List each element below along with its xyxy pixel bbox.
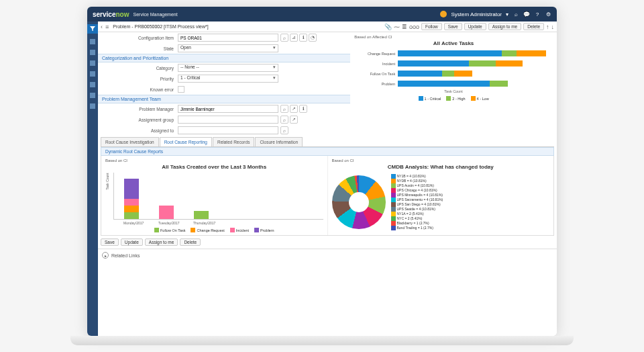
svg-rect-2 (90, 60, 95, 66)
tab-investigation[interactable]: Root Cause Investigation (101, 137, 159, 146)
chart1-based: Based on Affected CI (354, 35, 553, 39)
related-links[interactable]: ▸ Related Links (98, 249, 557, 261)
attachment-icon[interactable]: 📎 (384, 24, 392, 30)
follow-button[interactable]: Follow (421, 23, 442, 30)
update-button[interactable]: Update (464, 23, 486, 30)
nav-icon-2[interactable] (90, 50, 95, 55)
laptop-base (70, 336, 574, 345)
lookup-icon[interactable]: ⌕ (280, 126, 288, 134)
nav-icon-1[interactable] (90, 39, 95, 44)
svg-rect-3 (90, 71, 95, 77)
svg-rect-6 (90, 103, 95, 109)
tab-related[interactable]: Related Records (213, 137, 254, 146)
left-nav (87, 21, 98, 336)
more-icon[interactable]: ooo (409, 24, 419, 30)
report-tasks-3months: Based on CI All Tasks Created over the L… (101, 156, 328, 235)
menu-icon[interactable]: ≡ (105, 24, 109, 30)
user-dropdown-icon[interactable]: ▾ (506, 11, 508, 17)
expand-icon[interactable]: ▸ (102, 252, 109, 259)
chart1-title: All Active Tasks (354, 40, 553, 46)
tab-closure[interactable]: Closure Information (255, 137, 303, 146)
avatar[interactable] (440, 11, 447, 17)
list-icon[interactable]: ≣ (402, 24, 407, 30)
info-icon[interactable]: ℹ (299, 34, 307, 42)
svg-rect-5 (90, 93, 95, 98)
open-icon[interactable]: ↗ (290, 105, 298, 113)
assign-button[interactable]: Assign to me (488, 23, 522, 30)
logo: servicenow (93, 11, 129, 18)
assign-button-bottom[interactable]: Assign to me (145, 238, 178, 246)
panel-header: Dynamic Root Cause Reports (101, 147, 554, 156)
ag-label: Assignment group (101, 118, 178, 122)
section-team: Problem Management Team (98, 95, 350, 103)
activity-icon[interactable]: ⁓ (394, 24, 400, 30)
category-label: Category (101, 66, 178, 71)
config-item-label: Configuration Item (101, 36, 178, 40)
category-select[interactable]: -- None -- (178, 64, 278, 72)
at-label: Assigned to (101, 128, 178, 133)
lookup-icon[interactable]: ⌕ (280, 105, 288, 113)
pm-label: Problem Manager (101, 107, 178, 112)
nav-icon-3[interactable] (90, 60, 95, 66)
info-icon[interactable]: ℹ (299, 105, 307, 113)
down-icon[interactable]: ↓ (551, 24, 555, 30)
logo-subtitle: Service Management (133, 12, 177, 17)
nav-icon-5[interactable] (90, 82, 95, 87)
settings-icon[interactable]: ⚙ (545, 11, 551, 17)
active-tasks-chart: Change Request Incident Follow On Task P… (354, 49, 553, 88)
nav-icon-6[interactable] (90, 93, 95, 98)
state-label: State (101, 46, 178, 51)
priority-select[interactable]: 1 - Critical (178, 75, 278, 83)
nav-icon-7[interactable] (90, 103, 95, 109)
config-item-input[interactable] (178, 34, 278, 42)
pm-input[interactable] (178, 105, 278, 113)
app-window: servicenow Service Management System Adm… (87, 7, 557, 336)
top-bar: servicenow Service Management System Adm… (87, 7, 557, 21)
tab-reporting[interactable]: Root Cause Reporting (160, 137, 212, 146)
preview-icon[interactable]: ◔ (309, 34, 317, 42)
update-button-bottom[interactable]: Update (121, 238, 143, 246)
report-cmdb: Based on CI CMDB Analysis: What has chan… (328, 156, 554, 235)
chart2-title: All Tasks Created over the Last 3 Months (105, 164, 323, 170)
search-icon[interactable]: ⌕ (513, 11, 519, 17)
tree-icon[interactable]: ⊿ (290, 34, 298, 42)
chart1-legend: 1 - Critical 2 - High 4 - Low (354, 96, 553, 101)
chart3-legend: NY1B = 4 (10.81%)NYDB = 4 (10.81%)UPS Au… (391, 174, 443, 230)
bottom-buttons: Save Update Assign to me Delete (98, 236, 557, 249)
user-name[interactable]: System Administrator (451, 11, 502, 17)
section-categorization: Categorization and Prioritization (98, 54, 350, 62)
tabs: Root Cause Investigation Root Cause Repo… (101, 137, 554, 147)
svg-rect-1 (90, 50, 95, 55)
content-area: ‹ ≡ Problem - PRB0050002 [ITSM Process v… (98, 21, 557, 336)
delete-button[interactable]: Delete (523, 23, 544, 30)
lookup-icon[interactable]: ⌕ (280, 34, 288, 42)
tasks-3months-chart: Task Count (113, 173, 323, 220)
page-title: Problem - PRB0050002 [ITSM Process view*… (113, 24, 208, 29)
nav-icon-4[interactable] (90, 71, 95, 77)
breadcrumb-bar: ‹ ≡ Problem - PRB0050002 [ITSM Process v… (98, 21, 557, 32)
save-button-bottom[interactable]: Save (101, 238, 119, 246)
svg-rect-4 (90, 82, 95, 87)
chat-icon[interactable]: 💬 (523, 11, 530, 17)
priority-label: Priority (101, 77, 178, 81)
back-icon[interactable]: ‹ (101, 24, 103, 30)
ag-input[interactable] (178, 116, 278, 124)
open-icon[interactable]: ↗ (290, 116, 298, 124)
filter-icon[interactable] (87, 24, 98, 34)
chart2-legend: Follow On Task Change Request Incident P… (105, 228, 323, 232)
state-select[interactable]: Open (178, 44, 278, 52)
cmdb-donut-chart (332, 175, 386, 229)
chart1-axis: Task Count (354, 89, 553, 93)
chart3-title: CMDB Analysis: What has changed today (332, 164, 550, 170)
lookup-icon[interactable]: ⌕ (280, 116, 288, 124)
delete-button-bottom[interactable]: Delete (180, 238, 201, 246)
known-error-checkbox[interactable] (178, 86, 184, 93)
help-icon[interactable]: ? (534, 11, 541, 17)
svg-rect-0 (90, 39, 95, 44)
at-input[interactable] (178, 126, 278, 134)
up-icon[interactable]: ↑ (546, 24, 549, 30)
known-error-label: Known error (101, 87, 178, 92)
save-button[interactable]: Save (444, 23, 462, 30)
